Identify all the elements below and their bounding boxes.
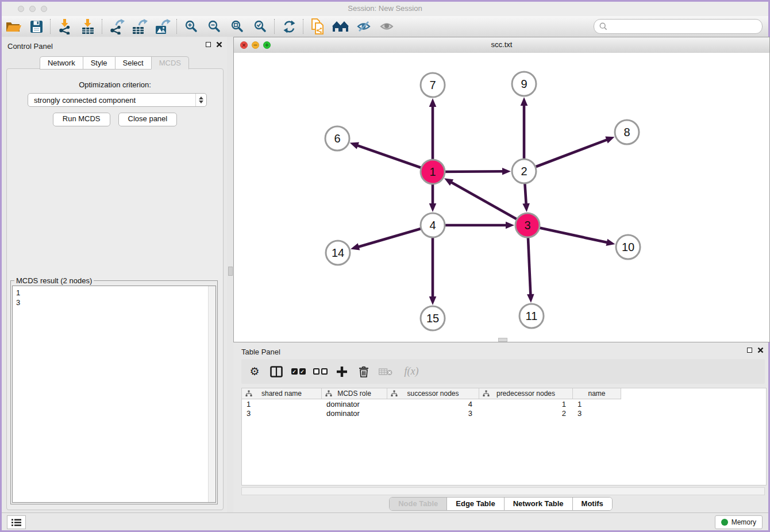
- tab-edge-table[interactable]: Edge Table: [447, 498, 504, 510]
- column-label: shared name: [261, 390, 302, 398]
- edge-2-8[interactable]: [524, 140, 607, 171]
- table-header-row: shared nameMCDS rolesuccessor nodesprede…: [242, 388, 621, 399]
- column-header-predecessor_nodes[interactable]: predecessor nodes: [479, 388, 573, 399]
- zoom-out-icon[interactable]: [203, 17, 226, 36]
- control-panel-title: Control Panel: [7, 42, 53, 51]
- table-row[interactable]: 3dominator323: [242, 408, 766, 418]
- show-graphics-details-icon[interactable]: [375, 17, 398, 36]
- tab-network[interactable]: Network: [40, 56, 83, 70]
- select-all-icon[interactable]: ✓✓: [290, 363, 307, 380]
- add-column-icon[interactable]: [333, 363, 351, 380]
- run-mcds-button[interactable]: Run MCDS: [53, 113, 110, 126]
- search-input[interactable]: [610, 22, 757, 32]
- column-label: MCDS role: [337, 390, 371, 398]
- table-horizontal-scrollbar[interactable]: [241, 487, 765, 495]
- node-label-2: 2: [521, 165, 527, 178]
- mcds-tab-content: Optimization criterion: strongly connect…: [6, 68, 224, 510]
- list-icon: [11, 519, 21, 526]
- network-frame-titlebar[interactable]: scc.txt: [234, 37, 769, 53]
- deselect-all-icon[interactable]: [311, 363, 329, 380]
- node-label-8: 8: [623, 126, 630, 138]
- column-header-shared_name[interactable]: shared name: [242, 388, 322, 399]
- cell-name[interactable]: 1: [573, 400, 621, 408]
- window-titlebar: Session: New Session: [2, 2, 768, 17]
- edge-arrowhead: [527, 294, 534, 303]
- splitter-handle[interactable]: [498, 338, 507, 342]
- float-panel-icon[interactable]: [206, 42, 211, 47]
- import-network-icon[interactable]: [53, 17, 76, 36]
- open-session-icon[interactable]: [2, 17, 25, 36]
- close-panel-icon[interactable]: [757, 347, 764, 353]
- column-header-successor_nodes[interactable]: successor nodes: [387, 388, 479, 399]
- column-label: name: [588, 390, 605, 398]
- edge-arrowhead: [605, 137, 614, 144]
- column-label: predecessor nodes: [496, 390, 555, 398]
- network-canvas[interactable]: 7968124314101511: [234, 53, 769, 342]
- cell-shared_name[interactable]: 1: [242, 400, 322, 408]
- column-type-icon: [325, 390, 332, 397]
- export-table-icon[interactable]: [128, 17, 151, 36]
- node-label-14: 14: [332, 246, 344, 259]
- tab-select[interactable]: Select: [115, 56, 151, 70]
- table-body: 1dominator4113dominator323: [242, 399, 766, 418]
- mcds-result-group: MCDS result (2 nodes) 1 3: [10, 280, 218, 504]
- cell-shared_name[interactable]: 3: [242, 409, 322, 418]
- float-panel-icon[interactable]: [747, 348, 752, 353]
- mcds-result-textarea[interactable]: 1 3: [12, 286, 216, 503]
- delete-row-icon[interactable]: [355, 363, 372, 380]
- table-row[interactable]: 1dominator411: [242, 399, 766, 408]
- close-panel-icon[interactable]: [216, 41, 222, 48]
- criterion-select[interactable]: strongly connected component: [28, 93, 207, 107]
- control-panel: Control Panel NetworkStyleSelectMCDS Opt…: [2, 37, 227, 513]
- column-label: successor nodes: [407, 390, 459, 398]
- cell-successor_nodes[interactable]: 3: [387, 409, 479, 418]
- zoom-in-icon[interactable]: [180, 17, 203, 36]
- node-label-4: 4: [429, 219, 436, 232]
- hide-graphics-details-icon[interactable]: [352, 17, 375, 36]
- tab-mcds[interactable]: MCDS: [151, 56, 189, 70]
- tab-motifs[interactable]: Motifs: [573, 498, 612, 510]
- cell-mcds_role[interactable]: dominator: [322, 400, 387, 408]
- task-history-button[interactable]: [7, 515, 26, 529]
- zoom-fit-icon[interactable]: [226, 17, 249, 36]
- toolbar-separator: [102, 19, 103, 34]
- zoom-selected-icon[interactable]: [249, 17, 272, 36]
- cell-successor_nodes[interactable]: 4: [387, 400, 479, 408]
- export-network-icon[interactable]: [105, 17, 128, 36]
- vertical-splitter[interactable]: [227, 37, 233, 513]
- search-field[interactable]: [594, 19, 763, 34]
- table-settings-icon[interactable]: ⚙: [246, 363, 263, 380]
- column-layout-icon[interactable]: [268, 363, 285, 380]
- toolbar-separator: [303, 19, 304, 34]
- network-frame-title: scc.txt: [234, 40, 769, 49]
- open-ndex-icon[interactable]: [329, 17, 352, 36]
- edge-arrowhead: [522, 203, 530, 212]
- apply-layout-icon[interactable]: [278, 17, 301, 36]
- clone-network-icon[interactable]: [306, 17, 329, 36]
- tab-node-table[interactable]: Node Table: [390, 498, 447, 510]
- window-title: Session: New Session: [2, 4, 768, 13]
- column-header-name[interactable]: name: [573, 388, 621, 399]
- cell-mcds_role[interactable]: dominator: [322, 409, 387, 418]
- cell-predecessor_nodes[interactable]: 1: [479, 400, 573, 408]
- result-scrollbar[interactable]: [208, 286, 215, 502]
- column-type-icon: [483, 390, 490, 397]
- network-graph[interactable]: 7968124314101511: [234, 53, 769, 342]
- tab-style[interactable]: Style: [83, 56, 115, 70]
- export-image-icon[interactable]: [151, 17, 174, 36]
- screen: Session: New Session: [0, 0, 770, 532]
- edge-3-1[interactable]: [451, 182, 528, 225]
- cell-name[interactable]: 3: [573, 409, 621, 418]
- mcds-result-lines: 1 3: [16, 288, 206, 307]
- splitter-handle[interactable]: [228, 267, 233, 276]
- memory-button[interactable]: Memory: [715, 515, 763, 529]
- select-stepper-icon: [195, 94, 206, 106]
- node-table[interactable]: shared nameMCDS rolesuccessor nodesprede…: [241, 388, 767, 485]
- tab-network-table[interactable]: Network Table: [505, 498, 573, 510]
- edge-arrowhead: [521, 97, 528, 106]
- cell-predecessor_nodes[interactable]: 2: [479, 409, 573, 418]
- save-session-icon[interactable]: [25, 17, 48, 36]
- import-table-icon[interactable]: [76, 17, 99, 36]
- column-header-mcds_role[interactable]: MCDS role: [322, 388, 387, 399]
- close-panel-button[interactable]: Close panel: [118, 113, 178, 126]
